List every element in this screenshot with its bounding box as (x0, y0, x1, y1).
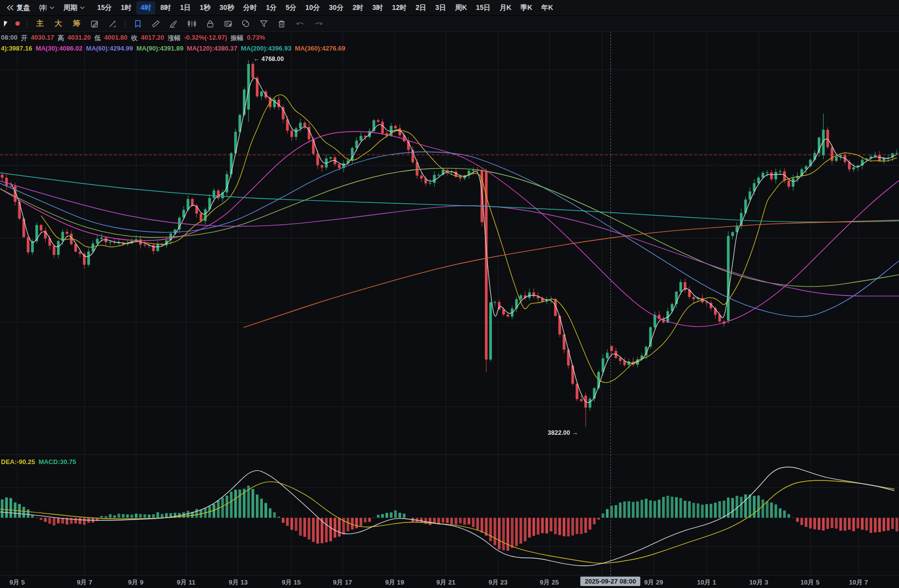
record-dot-icon (15, 21, 20, 26)
axis-label: 9月 9 (128, 578, 143, 587)
timeframe-tab-3日[interactable]: 3日 (431, 1, 450, 14)
chart-type-button[interactable] (36, 3, 58, 13)
high-annotation: ← 4768.00 (253, 56, 284, 62)
axis-label: 10月 5 (800, 578, 819, 587)
cursor-icon (4, 21, 7, 27)
form-edit-icon[interactable] (223, 18, 234, 29)
timeframe-tab-1分[interactable]: 1分 (262, 1, 281, 14)
main-chart-canvas[interactable] (0, 32, 899, 454)
chevron-down-icon (50, 6, 55, 9)
timeframe-tab-1日[interactable]: 1日 (176, 1, 195, 14)
timeframe-tab-12时[interactable]: 12时 (388, 1, 411, 14)
timeframe-tab-1时[interactable]: 1时 (117, 1, 136, 14)
macd-canvas[interactable] (0, 454, 899, 575)
timeframe-tab-1秒[interactable]: 1秒 (196, 1, 215, 14)
magnet-icon[interactable] (240, 18, 251, 29)
axis-label: 9月 23 (488, 578, 507, 587)
axis-label: 9月 13 (229, 578, 247, 587)
timeframe-tab-15日[interactable]: 15日 (472, 1, 495, 14)
timeframe-tab-30秒[interactable]: 30秒 (216, 1, 239, 14)
divider (125, 19, 125, 28)
bookmark-icon[interactable] (132, 18, 143, 29)
timeframe-tab-4时[interactable]: 4时 (136, 1, 155, 14)
timeframe-tab-15分[interactable]: 15分 (93, 1, 116, 14)
axis-label: 9月 11 (177, 578, 195, 587)
period-label: 周期 (63, 3, 77, 12)
axis-label: 9月 21 (436, 578, 455, 587)
timeframe-tabs: 15分1时4时8时1日1秒30秒分时1分5分10分30分2时3时12时2日3日周… (93, 1, 557, 14)
low-annotation: 3822.00 → (548, 429, 578, 436)
toolbar-left-group: 复盘 周期 (3, 2, 88, 14)
brush-icon[interactable] (107, 18, 118, 29)
replay-label: 复盘 (16, 3, 30, 12)
divider (27, 19, 27, 28)
undo-icon[interactable] (294, 19, 306, 28)
timeframe-toolbar: 复盘 周期 15分1时4时8时1日1秒30秒分时1分5分10分30分2时3时12… (0, 0, 899, 16)
text-tool-筹[interactable]: 筹 (71, 18, 82, 29)
chart-area: 08:00 开 4030.17 高 4031.20 低 4001.80 收 40… (0, 32, 899, 588)
axis-label: 9月 7 (77, 578, 92, 587)
timeframe-tab-月K[interactable]: 月K (495, 1, 515, 14)
axis-label: 10月 7 (849, 578, 868, 587)
timeframe-tab-周K[interactable]: 周K (451, 1, 471, 14)
axis-label: 9月 15 (282, 578, 300, 587)
timeframe-tab-5分[interactable]: 5分 (282, 1, 300, 14)
axis-label: 9月 5 (9, 578, 25, 587)
text-tool-主[interactable]: 主 (34, 18, 46, 29)
chevron-down-icon (80, 6, 85, 9)
lock-icon[interactable] (205, 18, 216, 29)
timeframe-tab-分时[interactable]: 分时 (239, 1, 261, 14)
edit-note-icon[interactable] (89, 18, 100, 29)
pen-icon[interactable] (168, 18, 179, 29)
timeframe-tab-年K[interactable]: 年K (538, 1, 557, 14)
timeframe-tab-10分[interactable]: 10分 (301, 1, 324, 14)
text-tool-大[interactable]: 大 (53, 18, 64, 29)
drawing-toolbar: 主大筹 (0, 16, 899, 32)
timeframe-tab-3时[interactable]: 3时 (368, 1, 387, 14)
timeframe-tab-2日[interactable]: 2日 (412, 1, 430, 14)
axis-label: 10月 1 (697, 578, 716, 587)
period-button[interactable]: 周期 (60, 2, 88, 14)
replay-button[interactable]: 复盘 (3, 2, 34, 14)
timeframe-tab-8时[interactable]: 8时 (156, 1, 175, 14)
axis-label: 10月 3 (749, 578, 768, 587)
timeframe-tab-2时[interactable]: 2时 (349, 1, 367, 14)
crosshair-date-chip: 2025-09-27 08:00 (580, 577, 640, 586)
time-axis[interactable]: 2025-09-27 08:00 9月 59月 79月 99月 119月 139… (0, 575, 899, 588)
ruler-icon[interactable] (150, 18, 161, 29)
compare-candles-icon[interactable] (186, 18, 198, 29)
trading-app: 复盘 周期 15分1时4时8时1日1秒30秒分时1分5分10分30分2时3时12… (0, 0, 899, 588)
timeframe-tab-30分[interactable]: 30分 (325, 1, 348, 14)
axis-label: 9月 25 (540, 578, 559, 587)
axis-label: 9月 29 (644, 578, 663, 587)
axis-label: 9月 19 (385, 578, 404, 587)
axis-label: 9月 17 (333, 578, 352, 587)
filter-icon[interactable] (258, 18, 269, 29)
timeframe-tab-季K[interactable]: 季K (516, 1, 536, 14)
text-tool-group: 主大筹 (34, 18, 82, 29)
candlestick-icon (39, 4, 47, 11)
rewind-icon (6, 4, 14, 11)
redo-icon[interactable] (313, 19, 325, 28)
trash-icon[interactable] (276, 18, 287, 29)
